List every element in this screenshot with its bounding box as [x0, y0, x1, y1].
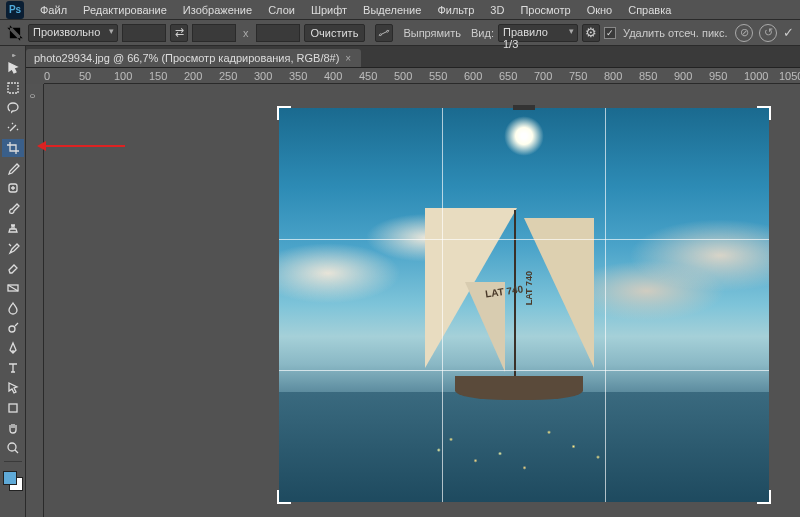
- ruler-tick: 550: [429, 70, 447, 82]
- menubar: Ps Файл Редактирование Изображение Слои …: [0, 0, 800, 20]
- menu-layer[interactable]: Слои: [260, 2, 303, 18]
- ruler-tick: 1000: [744, 70, 768, 82]
- menu-file[interactable]: Файл: [32, 2, 75, 18]
- gradient-tool[interactable]: [2, 279, 24, 297]
- ruler-tick: 900: [674, 70, 692, 82]
- magic-wand-tool[interactable]: [2, 119, 24, 137]
- ruler-tick: 150: [149, 70, 167, 82]
- app-logo-icon: Ps: [6, 1, 24, 19]
- menu-edit[interactable]: Редактирование: [75, 2, 175, 18]
- pen-tool[interactable]: [2, 339, 24, 357]
- tools-panel: [0, 46, 26, 517]
- reset-crop-button[interactable]: ↺: [759, 24, 777, 42]
- canvas-area[interactable]: LAT 740 LAT 740: [44, 84, 800, 517]
- swap-dimensions-button[interactable]: [170, 24, 188, 42]
- ruler-tick: 100: [114, 70, 132, 82]
- blur-tool[interactable]: [2, 299, 24, 317]
- x-separator: x: [240, 27, 252, 39]
- photo-jib: [524, 218, 594, 368]
- ruler-tick: 750: [569, 70, 587, 82]
- straighten-label: Выпрямить: [403, 27, 461, 39]
- foreground-color-swatch[interactable]: [3, 471, 17, 485]
- gear-icon: ⚙: [585, 25, 597, 40]
- overlay-view-select[interactable]: Правило 1/3: [498, 24, 578, 42]
- document-image[interactable]: LAT 740 LAT 740: [279, 108, 769, 502]
- svg-point-0: [380, 33, 382, 35]
- ruler-tick: 500: [394, 70, 412, 82]
- hand-tool[interactable]: [2, 419, 24, 437]
- menu-type[interactable]: Шрифт: [303, 2, 355, 18]
- sail-number-b: LAT 740: [524, 271, 534, 305]
- crop-tool-icon: [6, 24, 24, 42]
- close-tab-button[interactable]: ×: [345, 53, 351, 64]
- straighten-tool-button[interactable]: [375, 24, 393, 42]
- lasso-tool[interactable]: [2, 99, 24, 117]
- overlay-options-button[interactable]: ⚙: [582, 24, 600, 42]
- svg-rect-2: [8, 83, 18, 93]
- crop-resolution-input[interactable]: [256, 24, 300, 42]
- ruler-tick: 450: [359, 70, 377, 82]
- history-brush-tool[interactable]: [2, 239, 24, 257]
- crop-width-input[interactable]: [122, 24, 166, 42]
- document-tab[interactable]: photo29934.jpg @ 66,7% (Просмотр кадриро…: [26, 49, 361, 67]
- svg-point-5: [9, 326, 15, 332]
- photo-sparkle: [402, 411, 647, 482]
- ruler-tick: 1050: [779, 70, 800, 82]
- ruler-tick: 650: [499, 70, 517, 82]
- menu-filter[interactable]: Фильтр: [429, 2, 482, 18]
- eraser-tool[interactable]: [2, 259, 24, 277]
- view-label: Вид:: [471, 27, 494, 39]
- menu-help[interactable]: Справка: [620, 2, 679, 18]
- ruler-tick: 0: [44, 70, 50, 82]
- marquee-tool[interactable]: [2, 79, 24, 97]
- ruler-tick: 600: [464, 70, 482, 82]
- ruler-tick: 800: [604, 70, 622, 82]
- svg-rect-6: [9, 404, 17, 412]
- menu-image[interactable]: Изображение: [175, 2, 260, 18]
- clone-stamp-tool[interactable]: [2, 219, 24, 237]
- ruler-tick: 250: [219, 70, 237, 82]
- healing-brush-tool[interactable]: [2, 179, 24, 197]
- ruler-tick: 850: [639, 70, 657, 82]
- delete-cropped-label: Удалить отсеч. пикс.: [623, 27, 728, 39]
- commit-crop-button[interactable]: ✓: [783, 25, 794, 40]
- eyedropper-tool[interactable]: [2, 159, 24, 177]
- menu-3d[interactable]: 3D: [482, 2, 512, 18]
- work-area: 0501001502002503003504004505005506006507…: [26, 68, 800, 517]
- tab-title: photo29934.jpg @ 66,7% (Просмотр кадриро…: [34, 52, 339, 64]
- ruler-tick: 700: [534, 70, 552, 82]
- ruler-tick: 350: [289, 70, 307, 82]
- move-tool[interactable]: [2, 59, 24, 77]
- svg-point-7: [8, 443, 16, 451]
- path-selection-tool[interactable]: [2, 379, 24, 397]
- menu-window[interactable]: Окно: [579, 2, 621, 18]
- toolbar-divider: [4, 461, 22, 462]
- ruler-tick: 950: [709, 70, 727, 82]
- brush-tool[interactable]: [2, 199, 24, 217]
- crop-height-input[interactable]: [192, 24, 236, 42]
- photo-sun: [504, 116, 544, 156]
- document-tabbar: photo29934.jpg @ 66,7% (Просмотр кадриро…: [0, 46, 800, 68]
- aspect-ratio-select[interactable]: Произвольно: [28, 24, 118, 42]
- ruler-horizontal[interactable]: 0501001502002503003504004505005506006507…: [44, 68, 800, 84]
- clear-button[interactable]: Очистить: [304, 24, 366, 42]
- swap-icon: [175, 26, 184, 39]
- photo-content: LAT 740 LAT 740: [279, 108, 769, 502]
- ruler-tick: 50: [79, 70, 91, 82]
- crop-tool[interactable]: [2, 139, 24, 157]
- svg-point-1: [387, 30, 389, 32]
- ruler-vertical[interactable]: 0: [26, 84, 44, 517]
- ruler-tick: 400: [324, 70, 342, 82]
- zoom-tool[interactable]: [2, 439, 24, 457]
- menu-view[interactable]: Просмотр: [512, 2, 578, 18]
- type-tool[interactable]: [2, 359, 24, 377]
- options-bar: Произвольно x Очистить Выпрямить Вид: Пр…: [0, 20, 800, 46]
- dodge-tool[interactable]: [2, 319, 24, 337]
- delete-cropped-checkbox[interactable]: [604, 27, 616, 39]
- menu-select[interactable]: Выделение: [355, 2, 429, 18]
- photo-hull: [455, 376, 582, 400]
- cancel-reset-button[interactable]: ⊘: [735, 24, 753, 42]
- shape-tool[interactable]: [2, 399, 24, 417]
- panel-collapse-handle[interactable]: [0, 50, 25, 58]
- color-swatches[interactable]: [3, 471, 23, 491]
